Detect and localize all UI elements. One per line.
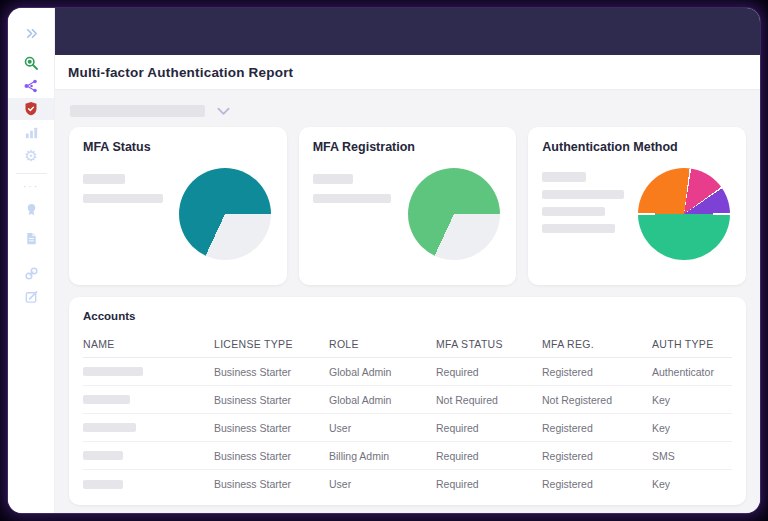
legend-placeholder [83,174,125,184]
name-placeholder [83,451,123,460]
cell-mfa-reg: Not Registered [542,394,652,406]
legend-placeholder [542,172,586,182]
sidebar-collapse-button[interactable] [8,22,54,44]
sidebar-item-search[interactable] [8,52,54,74]
sidebar-item-network[interactable] [8,75,54,97]
app-window: ⚙ ··· Multi-factor Authentic [8,8,760,513]
cell-auth-type: Authenticator [652,366,732,378]
cell-role: User [329,422,436,434]
document-icon [24,231,39,246]
mfa-status-card: MFA Status [69,127,287,285]
filter-value-placeholder [70,105,205,117]
column-header-mfa-reg: MFA REG. [542,338,652,350]
cell-mfa-status: Required [436,366,542,378]
legend-placeholders [542,166,624,260]
sidebar-item-more[interactable]: ··· [8,180,54,194]
gear-icon: ⚙ [24,148,37,163]
cell-license: Business Starter [214,366,329,378]
accounts-title: Accounts [83,310,732,322]
column-header-name: NAME [83,338,214,350]
authentication-method-pie-chart [638,168,730,260]
report-filter-dropdown[interactable] [70,105,240,117]
card-title: MFA Registration [313,140,503,154]
shield-check-icon [23,101,39,117]
cell-role: Billing Admin [329,450,436,462]
chart-cards-row: MFA Status MFA Registration [69,127,746,285]
sidebar-item-badge[interactable] [8,198,54,220]
cell-mfa-status: Not Required [436,394,542,406]
column-header-role: ROLE [329,338,436,350]
sidebar: ⚙ ··· [8,8,55,513]
cell-mfa-reg: Registered [542,366,652,378]
cell-auth-type: Key [652,422,732,434]
legend-placeholder [542,224,615,233]
cell-role: Global Admin [329,394,436,406]
name-placeholder [83,367,143,376]
cell-license: Business Starter [214,478,329,490]
cell-auth-type: Key [652,478,732,490]
legend-placeholder [313,174,353,184]
mfa-registration-pie-chart [408,168,500,260]
sidebar-divider [16,173,47,174]
table-row[interactable]: Business Starter Billing Admin Required … [83,442,732,470]
chevron-down-icon [217,107,230,116]
cell-role: User [329,478,436,490]
name-placeholder [83,423,136,432]
cell-license: Business Starter [214,422,329,434]
name-placeholder [83,480,123,489]
table-row[interactable]: Business Starter Global Admin Required R… [83,358,732,386]
cell-mfa-reg: Registered [542,450,652,462]
authentication-method-card: Authentication Method [528,127,746,285]
table-row[interactable]: Business Starter User Required Registere… [83,414,732,442]
cell-mfa-status: Required [436,422,542,434]
mfa-registration-card: MFA Registration [299,127,517,285]
chevrons-right-icon [24,26,39,41]
table-header-row: NAME LICENSE TYPE ROLE MFA STATUS MFA RE… [83,331,732,358]
network-nodes-icon [23,78,39,94]
search-icon [23,55,39,71]
cell-auth-type: Key [652,394,732,406]
cell-mfa-status: Required [436,450,542,462]
mfa-status-pie-chart [179,168,271,260]
column-header-auth-type: AUTH TYPE [652,338,732,350]
sidebar-item-reports[interactable] [8,121,54,143]
bar-chart-icon [24,125,39,140]
edit-pencil-icon [24,289,39,304]
cell-mfa-reg: Registered [542,478,652,490]
column-header-license-type: LICENSE TYPE [214,338,329,350]
cell-role: Global Admin [329,366,436,378]
legend-placeholder [313,194,391,203]
sidebar-item-edit[interactable] [8,285,54,307]
cell-license: Business Starter [214,394,329,406]
cell-license: Business Starter [214,450,329,462]
title-bar: Multi-factor Authentication Report [55,55,760,90]
card-title: MFA Status [83,140,273,154]
accounts-card: Accounts NAME LICENSE TYPE ROLE MFA STAT… [69,297,746,505]
page-title: Multi-factor Authentication Report [68,65,293,80]
cell-auth-type: SMS [652,450,732,462]
badge-award-icon [24,202,39,217]
column-header-mfa-status: MFA STATUS [436,338,542,350]
cell-mfa-reg: Registered [542,422,652,434]
sidebar-item-security-active[interactable] [8,98,54,120]
legend-placeholder [542,207,605,216]
legend-placeholders [313,166,391,260]
table-row[interactable]: Business Starter User Required Registere… [83,470,732,498]
link-icon [24,266,39,281]
sidebar-item-documents[interactable] [8,227,54,249]
main-area: Multi-factor Authentication Report MFA S… [55,8,760,513]
sidebar-item-settings[interactable]: ⚙ [8,144,54,166]
report-content: MFA Status MFA Registration [55,90,760,513]
name-placeholder [83,395,130,404]
card-title: Authentication Method [542,140,732,154]
table-row[interactable]: Business Starter Global Admin Not Requir… [83,386,732,414]
legend-placeholders [83,166,163,260]
top-navigation-bar [55,8,760,55]
cell-mfa-status: Required [436,478,542,490]
legend-placeholder [83,194,163,203]
legend-placeholder [542,190,624,199]
sidebar-item-links[interactable] [8,262,54,284]
